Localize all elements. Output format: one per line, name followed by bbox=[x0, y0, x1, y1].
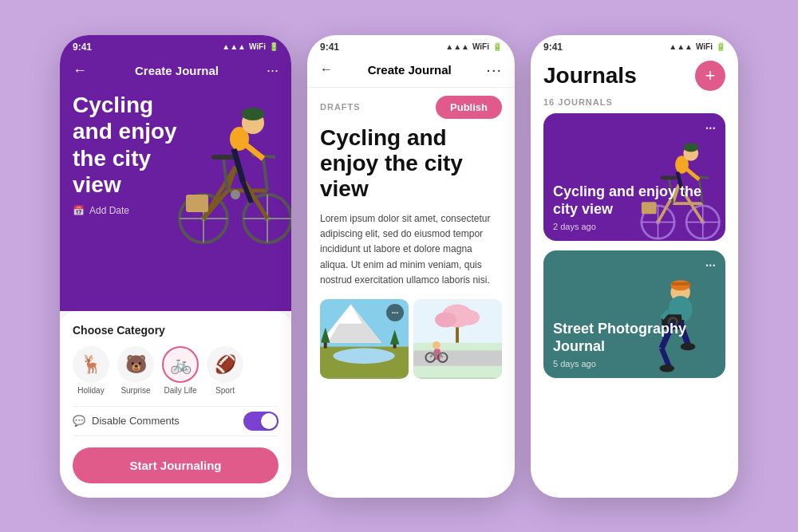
svg-point-30 bbox=[333, 349, 394, 364]
phone2-header: ← Create Journal ··· bbox=[307, 56, 515, 88]
phone1-header-title: Create Journal bbox=[135, 64, 219, 77]
svg-line-21 bbox=[234, 149, 243, 183]
categories-list: 🦌 Holiday 🐻 Surprise 🚲 Daily Life 🏈 Spor… bbox=[73, 346, 279, 395]
image-dots-icon[interactable]: ··· bbox=[386, 304, 404, 321]
add-journal-button[interactable]: + bbox=[695, 61, 725, 91]
status-icons-3: ▲▲▲ WiFi 🔋 bbox=[669, 42, 725, 51]
status-time-3: 9:41 bbox=[543, 41, 563, 53]
svg-point-43 bbox=[433, 341, 440, 349]
journal-card-photography[interactable]: Street Photography Journal 5 days ago ··… bbox=[543, 250, 725, 378]
svg-point-68 bbox=[684, 143, 699, 152]
svg-point-24 bbox=[231, 190, 240, 199]
images-grid: ··· bbox=[320, 299, 502, 379]
card-more-icon-photography[interactable]: ··· bbox=[705, 258, 716, 273]
status-bar-3: 9:41 ▲▲▲ WiFi 🔋 bbox=[531, 35, 738, 56]
comment-icon: 💬 bbox=[73, 415, 85, 427]
journal-body: Lorem ipsum dolor sit amet, consectetur … bbox=[320, 211, 502, 288]
toggle-knob bbox=[261, 413, 277, 429]
signal-icon: ▲▲▲ bbox=[222, 42, 246, 51]
svg-point-40 bbox=[458, 309, 480, 325]
category-surprise[interactable]: 🐻 Surprise bbox=[117, 346, 154, 395]
disable-comments-row: 💬 Disable Comments bbox=[73, 406, 279, 436]
phone3-header: Journals + bbox=[531, 56, 738, 97]
card-title-cycling: Cycling and enjoy the city view bbox=[553, 183, 716, 218]
status-time-2: 9:41 bbox=[320, 41, 339, 53]
wifi-icon-2: WiFi bbox=[472, 42, 489, 51]
status-bar-1: 9:41 ▲▲▲ WiFi 🔋 bbox=[60, 35, 291, 56]
journal-cards-list: Cycling and enjoy the city view 2 days a… bbox=[531, 113, 738, 378]
wifi-icon: WiFi bbox=[249, 42, 266, 51]
calendar-icon: 📅 bbox=[73, 205, 85, 216]
drafts-bar: DRAFTS Publish bbox=[320, 88, 502, 125]
category-sport[interactable]: 🏈 Sport bbox=[207, 346, 243, 395]
status-icons-1: ▲▲▲ WiFi 🔋 bbox=[222, 42, 279, 51]
image-cycling[interactable] bbox=[413, 299, 502, 379]
publish-button[interactable]: Publish bbox=[436, 96, 502, 119]
card-content-cycling: Cycling and enjoy the city view 2 days a… bbox=[543, 174, 725, 240]
signal-icon-3: ▲▲▲ bbox=[669, 42, 693, 51]
sheet-title: Choose Category bbox=[73, 324, 279, 337]
category-daily-life-label: Daily Life bbox=[164, 386, 196, 395]
image-mountain[interactable]: ··· bbox=[320, 299, 409, 379]
comments-toggle[interactable] bbox=[243, 412, 279, 431]
battery-icon: 🔋 bbox=[269, 42, 279, 51]
status-time-1: 9:41 bbox=[73, 41, 92, 53]
back-arrow-icon-2[interactable]: ← bbox=[320, 62, 333, 77]
signal-icon-2: ▲▲▲ bbox=[445, 42, 469, 51]
svg-rect-42 bbox=[413, 350, 502, 365]
category-holiday[interactable]: 🦌 Holiday bbox=[73, 346, 109, 395]
add-date-button[interactable]: 📅 Add Date bbox=[73, 205, 279, 216]
svg-rect-16 bbox=[211, 155, 235, 160]
status-icons-2: ▲▲▲ WiFi 🔋 bbox=[445, 42, 502, 51]
journals-page-title: Journals bbox=[543, 63, 637, 89]
category-sport-icon: 🏈 bbox=[207, 346, 243, 383]
add-date-label: Add Date bbox=[89, 205, 129, 216]
phone-create-journal-2: 9:41 ▲▲▲ WiFi 🔋 ← Create Journal ··· DRA… bbox=[307, 35, 515, 498]
svg-point-19 bbox=[242, 108, 264, 120]
card-date-cycling: 2 days ago bbox=[553, 222, 716, 231]
hero-title: Cycling and enjoy the city view bbox=[73, 92, 186, 199]
phone2-header-title: Create Journal bbox=[368, 63, 452, 77]
category-surprise-icon: 🐻 bbox=[117, 346, 154, 383]
start-journaling-button[interactable]: Start Journaling bbox=[73, 447, 279, 483]
category-sport-label: Sport bbox=[215, 386, 235, 395]
bottom-sheet: Choose Category 🦌 Holiday 🐻 Surprise 🚲 D… bbox=[60, 311, 291, 496]
back-arrow-icon[interactable]: ← bbox=[73, 62, 87, 79]
phone2-content: DRAFTS Publish Cycling and enjoy the cit… bbox=[307, 88, 515, 487]
card-more-icon-cycling[interactable]: ··· bbox=[705, 121, 716, 136]
more-options-icon[interactable]: ··· bbox=[267, 62, 279, 79]
svg-line-13 bbox=[263, 159, 267, 191]
battery-icon-3: 🔋 bbox=[716, 42, 725, 51]
disable-comments-label: Disable Comments bbox=[92, 415, 180, 427]
category-holiday-label: Holiday bbox=[77, 386, 104, 395]
more-options-icon-2[interactable]: ··· bbox=[486, 61, 502, 79]
category-surprise-label: Surprise bbox=[120, 386, 150, 395]
journal-card-cycling[interactable]: Cycling and enjoy the city view 2 days a… bbox=[543, 113, 725, 241]
category-holiday-icon: 🦌 bbox=[73, 346, 109, 383]
journal-title-2: Cycling and enjoy the city view bbox=[320, 125, 502, 203]
svg-point-39 bbox=[435, 312, 456, 327]
phone1-header: ← Create Journal ··· bbox=[60, 56, 291, 79]
phone-journals: 9:41 ▲▲▲ WiFi 🔋 Journals + 16 JOURNALS C… bbox=[531, 35, 738, 498]
card-content-photography: Street Photography Journal 5 days ago bbox=[543, 311, 725, 377]
wifi-icon-3: WiFi bbox=[696, 42, 713, 51]
category-daily-life[interactable]: 🚲 Daily Life bbox=[162, 346, 199, 395]
card-date-photography: 5 days ago bbox=[553, 359, 716, 368]
svg-rect-85 bbox=[672, 282, 691, 286]
status-bar-2: 9:41 ▲▲▲ WiFi 🔋 bbox=[307, 35, 515, 56]
drafts-label: DRAFTS bbox=[320, 102, 361, 112]
cycling-svg bbox=[413, 299, 502, 379]
journals-count: 16 JOURNALS bbox=[531, 97, 738, 113]
phone-create-journal-1: 9:41 ▲▲▲ WiFi 🔋 ← Create Journal ··· Cyc… bbox=[60, 35, 291, 498]
battery-icon-2: 🔋 bbox=[492, 42, 502, 51]
category-daily-life-icon: 🚲 bbox=[162, 346, 199, 383]
card-title-photography: Street Photography Journal bbox=[553, 321, 716, 355]
phone1-hero: Cycling and enjoy the city view 📅 Add Da… bbox=[60, 79, 291, 311]
